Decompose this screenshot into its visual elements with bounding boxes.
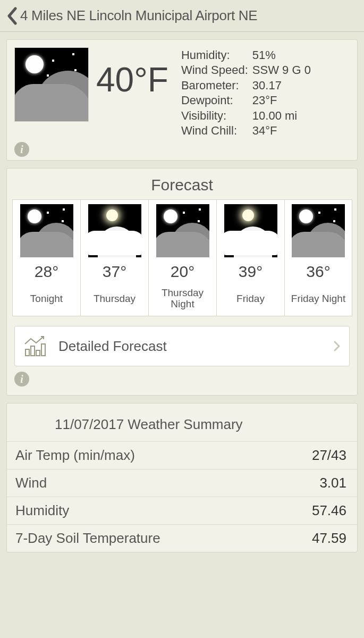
forecast-temp: 36° <box>287 263 350 281</box>
forecast-temp: 20° <box>151 263 214 281</box>
chart-icon <box>23 335 49 357</box>
forecast-day[interactable]: 37°Thursday <box>80 199 148 316</box>
windchill-value: 34°F <box>252 124 311 138</box>
weather-summary-panel: 11/07/2017 Weather Summary Air Temp (min… <box>6 403 358 552</box>
dewpoint-label: Dewpoint: <box>181 94 251 107</box>
summary-row-label: Air Temp (min/max) <box>15 447 135 464</box>
svg-rect-3 <box>41 344 45 356</box>
chevron-right-icon <box>333 340 341 352</box>
night-clouds-icon <box>292 204 345 257</box>
summary-row-value: 3.01 <box>319 475 346 491</box>
sunny-clouds-icon <box>224 204 277 257</box>
summary-row-value: 47.59 <box>312 530 346 547</box>
windspeed-label: Wind Speed: <box>181 63 251 77</box>
svg-rect-2 <box>36 350 40 356</box>
forecast-temp: 28° <box>15 263 78 281</box>
summary-row-value: 57.46 <box>312 502 346 519</box>
forecast-label: Thursday Night <box>151 287 214 310</box>
humidity-label: Humidity: <box>181 48 251 62</box>
info-icon[interactable]: i <box>14 142 29 157</box>
forecast-strip[interactable]: 28°Tonight37°Thursday20°Thursday Night39… <box>7 199 357 316</box>
barometer-label: Barometer: <box>181 79 251 93</box>
svg-rect-0 <box>26 349 29 356</box>
summary-row: 7-Day Soil Temperature47.59 <box>7 524 357 552</box>
forecast-temp: 39° <box>219 263 282 281</box>
forecast-label: Thursday <box>83 287 146 310</box>
forecast-panel: Forecast 28°Tonight37°Thursday20°Thursda… <box>6 168 358 396</box>
summary-title: 11/07/2017 Weather Summary <box>7 405 357 441</box>
forecast-label: Friday Night <box>287 287 350 310</box>
detailed-forecast-button[interactable]: Detailed Forecast <box>14 326 350 366</box>
visibility-value: 10.00 mi <box>252 109 311 123</box>
forecast-title: Forecast <box>7 176 357 194</box>
forecast-label: Tonight <box>15 287 78 310</box>
visibility-label: Visibility: <box>181 109 251 123</box>
summary-row: Wind3.01 <box>7 469 357 497</box>
back-button[interactable] <box>4 5 20 27</box>
summary-row: Humidity57.46 <box>7 497 357 524</box>
night-clouds-icon <box>156 204 209 257</box>
forecast-day[interactable]: 20°Thursday Night <box>148 199 216 316</box>
info-icon[interactable]: i <box>14 372 29 387</box>
conditions-table: Humidity:51% Wind Speed:SSW 9 G 0 Barome… <box>180 47 312 139</box>
current-condition-icon <box>14 47 89 122</box>
detailed-forecast-label: Detailed Forecast <box>58 338 167 355</box>
windspeed-value: SSW 9 G 0 <box>252 63 311 77</box>
forecast-label: Friday <box>219 287 282 310</box>
summary-row-label: Humidity <box>15 502 69 519</box>
windchill-label: Wind Chill: <box>181 124 251 138</box>
forecast-temp: 37° <box>83 263 146 281</box>
humidity-value: 51% <box>252 48 311 62</box>
page-title: 4 Miles NE Lincoln Municipal Airport NE <box>20 7 257 24</box>
forecast-day[interactable]: 39°Friday <box>216 199 284 316</box>
summary-row: Air Temp (min/max)27/43 <box>7 441 357 469</box>
sunny-clouds-icon <box>88 204 141 257</box>
current-conditions-panel: 40°F Humidity:51% Wind Speed:SSW 9 G 0 B… <box>6 39 358 161</box>
header-bar: 4 Miles NE Lincoln Municipal Airport NE <box>0 0 364 32</box>
barometer-value: 30.17 <box>252 79 311 93</box>
svg-rect-1 <box>31 346 35 356</box>
chevron-left-icon <box>7 7 18 25</box>
summary-row-label: Wind <box>15 475 47 491</box>
forecast-day[interactable]: 36°Friday Night <box>284 199 352 316</box>
forecast-day[interactable]: 28°Tonight <box>12 199 80 316</box>
current-temperature: 40°F <box>96 47 173 139</box>
summary-row-value: 27/43 <box>312 447 346 464</box>
night-clouds-icon <box>20 204 73 257</box>
summary-row-label: 7-Day Soil Temperature <box>15 530 160 547</box>
dewpoint-value: 23°F <box>252 94 311 107</box>
